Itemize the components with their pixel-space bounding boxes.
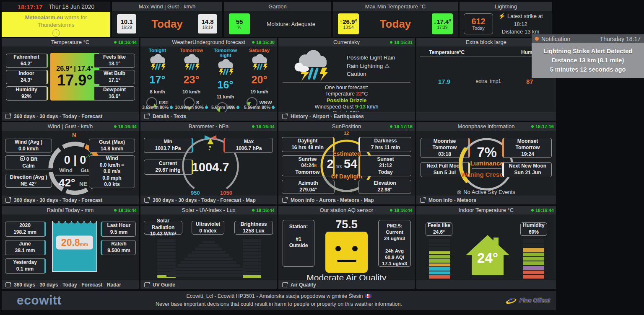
sun-footer: Moon info - Aurora - Meteors - Map — [278, 196, 415, 204]
footer-link[interactable]: Moon info — [428, 197, 452, 203]
footer-link[interactable]: Air Quality — [291, 282, 316, 288]
extra-footer — [416, 112, 556, 121]
extra-humidity-value: 87 — [526, 78, 533, 85]
wu-forecast-panel: WeatherUnderground forecast 18:15:30 Ton… — [140, 38, 277, 121]
brightness-gauge — [243, 239, 261, 278]
footer-link[interactable]: Details — [153, 114, 169, 119]
footer-link[interactable]: History — [291, 114, 308, 119]
storm-icon — [179, 54, 204, 71]
min-temp-value: ↓17.4° — [434, 18, 452, 25]
pyramid-segment — [192, 251, 226, 253]
external-link-icon[interactable] — [144, 282, 149, 287]
external-link-icon[interactable] — [5, 114, 10, 119]
external-link-icon[interactable] — [420, 198, 425, 203]
wu-title: WeatherUnderground forecast — [172, 39, 245, 45]
footer-link[interactable]: 30 days — [39, 282, 58, 288]
footer-link[interactable]: UV Guide — [153, 282, 175, 288]
live-dot — [114, 125, 117, 128]
footer-link[interactable]: 360 days — [153, 197, 174, 203]
footer-link[interactable]: Radar — [107, 282, 121, 288]
live-dot — [252, 209, 254, 212]
footer-link[interactable]: 30 days — [178, 197, 197, 203]
dashboard: 18:17:17 Thur 18 Jun 2020 Meteoalarm.eu … — [0, 0, 644, 315]
footer-link[interactable]: Aurora — [319, 197, 335, 203]
stat-indoor: Indoor24.3° — [6, 70, 48, 84]
footer-link[interactable]: Meteors — [340, 197, 359, 203]
footer-link[interactable]: Meteors — [457, 197, 476, 203]
external-link-icon[interactable] — [5, 282, 10, 287]
footer-link-separator: - — [58, 282, 62, 288]
footer-link[interactable]: Texts — [174, 114, 186, 119]
info-icon[interactable]: i — [52, 29, 60, 37]
external-link-icon[interactable] — [282, 114, 287, 119]
bar-segment — [523, 248, 544, 252]
notification-header: Notification Thursday 18:17 — [532, 34, 644, 43]
footer-link[interactable]: 30 days — [39, 114, 58, 119]
solar-panel: Solar - UV-Index - Lux 18:16:44 Solar Ra… — [140, 206, 277, 289]
footer-link[interactable]: Forecast — [81, 197, 102, 203]
lightning-count: 612 — [471, 17, 485, 26]
external-link-icon[interactable] — [282, 282, 287, 287]
wind-title: Wind | Gust - km/h — [48, 123, 93, 129]
forecast-precip: 5.56mm 80% — [242, 105, 276, 110]
uk-flag-icon[interactable] — [365, 294, 371, 298]
external-link-icon[interactable] — [144, 198, 149, 203]
footer-link[interactable]: Map — [246, 197, 256, 203]
baro-value: 1004.7 — [190, 160, 231, 174]
footer-link-separator: - — [102, 282, 107, 288]
footer-link-separator: - — [359, 197, 364, 203]
min-temp-box: ↓17.4° 17:39 — [432, 13, 453, 34]
footer-link[interactable]: Today — [62, 197, 77, 203]
lightning-title: Lightning — [460, 2, 552, 11]
external-link-icon[interactable] — [282, 198, 287, 203]
notification-popup[interactable]: Notification Thursday 18:17 Lightning St… — [532, 34, 644, 78]
footer-link[interactable]: 360 days — [14, 114, 35, 119]
bar-segment — [429, 259, 450, 263]
footer-link[interactable]: Forecast — [81, 114, 102, 119]
fine-offset-logo[interactable]: F Fine Offset — [505, 296, 550, 305]
footer-link[interactable]: Forecast — [220, 197, 241, 203]
footer-link-separator: - — [35, 114, 40, 119]
footer-link[interactable]: Moon info — [291, 197, 314, 203]
forecast-col-tomorrow: Tomorrow 23° 10 km/h S — [174, 48, 208, 108]
face-eye — [335, 246, 341, 251]
max-wind-value: 10.1 — [120, 18, 132, 25]
moon-timestamp: 18:17:16 — [531, 122, 554, 131]
footer-link[interactable]: Today — [62, 114, 77, 119]
footer-link-separator: - — [35, 282, 40, 288]
barometer-panel: Barometer - hPa 18:16:44 Min1003.7 hPa C… — [140, 122, 277, 204]
footer-link[interactable]: 360 days — [14, 197, 35, 203]
page-footer: ecowitt Ecowitt_Lcl - Ecowitt HP3501 - A… — [2, 291, 556, 310]
external-link-icon[interactable] — [5, 198, 10, 203]
footer-link[interactable]: 30 days — [39, 197, 58, 203]
footer-link[interactable]: Today — [62, 282, 77, 288]
stat-rate-per-hour: Rate/h9.500 mm — [101, 240, 136, 255]
max-wind-title: Max Wind | Gust - km/h — [112, 2, 222, 11]
footer-link[interactable]: Today — [201, 197, 216, 203]
wind-panel: Wind | Gust - km/h 18:16:44 Wind (Avg )0… — [2, 122, 139, 204]
rain-timestamp: 18:16:44 — [114, 206, 137, 214]
live-dot — [390, 125, 392, 128]
solar-timestamp: 18:16:44 — [252, 206, 275, 214]
footer-link-separator: - — [77, 114, 82, 119]
footer-link[interactable]: 360 days — [14, 282, 35, 288]
bar-segment — [243, 249, 261, 251]
meteoalarm-banner[interactable]: Meteoalarm.eu warns for Thunderstorms i — [2, 12, 110, 37]
footer-link-separator: - — [169, 114, 174, 119]
footer-link-separator: - — [58, 114, 62, 119]
footer-link[interactable]: Map — [364, 197, 374, 203]
footer-link[interactable]: Airport — [312, 114, 329, 119]
sunposition-panel: SunPosition 18:17:16 Daylight16 hrs 48 m… — [278, 122, 415, 204]
rain-footer: 360 days - 30 days - Today - Forecast - … — [2, 280, 139, 289]
footer-link[interactable]: Earthquakes — [334, 114, 364, 119]
lightning-panel: Lightning 612 Today ⚡Latest strike at 18… — [460, 2, 552, 37]
pyramid-segment — [170, 271, 247, 274]
storm-cloud-icon — [290, 49, 335, 84]
indoor-timestamp: 18:16:44 — [531, 206, 554, 214]
gust-range-value: 9-13 — [355, 104, 366, 110]
clock-alert-panel: 18:17:17 Thur 18 Jun 2020 Meteoalarm.eu … — [2, 2, 110, 37]
external-link-icon[interactable] — [144, 114, 149, 119]
soil-moisture-unit: % — [238, 25, 242, 30]
footer-link[interactable]: Forecast — [81, 282, 102, 288]
bar-segment — [429, 243, 450, 247]
